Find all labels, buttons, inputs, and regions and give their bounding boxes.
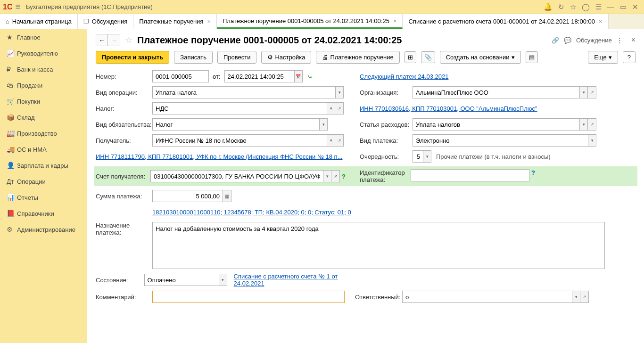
tab-payment-doc[interactable]: Платежное поручение 0001-000005 от 24.02… (217, 14, 403, 29)
create-based-button[interactable]: Создать на основании ▾ (440, 51, 521, 64)
sidebar-item-bank[interactable]: ₽Банк и касса (0, 61, 87, 77)
maximize-icon[interactable]: ▭ (620, 3, 627, 11)
state-field[interactable] (144, 274, 219, 286)
discussion-icon[interactable]: 💬 (564, 37, 571, 44)
writeoff-link[interactable]: Списание с расчетного счета № 1 от 24.02… (234, 273, 350, 287)
print-button[interactable]: 🖨Платежное поручение (316, 51, 399, 64)
sidebar-item-admin[interactable]: ⚙Администрирование (0, 221, 87, 237)
label-payid: Идентификаторплатежа: (358, 169, 411, 183)
chevron-down-icon[interactable]: ▾ (423, 150, 431, 163)
minimize-icon[interactable]: — (607, 3, 614, 11)
sidebar-item-refs[interactable]: 📕Справочники (0, 205, 87, 221)
filter-icon[interactable]: ☰ (595, 3, 602, 11)
logo-1c: 1C (3, 3, 12, 11)
date-field[interactable] (224, 70, 294, 82)
org-field[interactable] (413, 86, 579, 98)
chevron-down-icon[interactable]: ▾ (579, 118, 588, 131)
tab-payments-list[interactable]: Платежные поручения× (133, 14, 217, 29)
paytype-field[interactable] (413, 134, 588, 147)
sidebar-item-reports[interactable]: 📊Отчеты (0, 189, 87, 205)
close-icon[interactable]: × (599, 18, 603, 25)
home-icon: ⌂ (6, 18, 9, 25)
history-icon[interactable]: ↻ (558, 3, 564, 11)
open-icon[interactable]: ↗ (331, 170, 340, 182)
list-button[interactable]: ▤ (526, 51, 538, 63)
help-button[interactable]: ? (623, 51, 636, 63)
open-icon[interactable]: ↗ (335, 134, 344, 147)
recipient-field[interactable] (152, 134, 327, 147)
sidebar-item-salary[interactable]: 👤Зарплата и кадры (0, 157, 87, 173)
comment-field[interactable] (152, 291, 345, 303)
recipient-acc-field[interactable] (150, 170, 323, 182)
nav-forward-button[interactable]: → (108, 34, 120, 46)
chevron-down-icon[interactable]: ▾ (572, 291, 580, 303)
chevron-down-icon[interactable]: ▾ (579, 86, 588, 98)
obltype-field[interactable] (152, 118, 319, 131)
sidebar-item-main[interactable]: ★Главное (0, 29, 87, 45)
calendar-icon[interactable]: 📅 (294, 70, 303, 82)
chevron-down-icon[interactable]: ▾ (327, 102, 335, 114)
chevron-down-icon[interactable]: ▾ (323, 170, 331, 182)
write-button[interactable]: Записать (174, 51, 213, 64)
kbk-link[interactable]: 18210301000011000110; 12345678; ТП; КВ.0… (152, 209, 351, 216)
settings-button[interactable]: ⚙Настройка (261, 51, 311, 64)
optype-field[interactable] (152, 86, 335, 98)
close-icon[interactable]: × (207, 18, 211, 25)
calculator-icon[interactable]: ▦ (223, 190, 231, 202)
chevron-down-icon[interactable]: ▾ (335, 86, 344, 98)
help-icon[interactable]: ? (342, 173, 346, 180)
amount-field[interactable] (152, 190, 223, 202)
link-icon[interactable]: 🔗 (552, 37, 559, 44)
menu-icon[interactable]: ≡ (15, 2, 20, 12)
ruble-icon: ₽ (7, 65, 17, 73)
label-responsible: Ответственный: (355, 294, 402, 301)
post-and-close-button[interactable]: Провести и закрыть (96, 51, 169, 64)
open-icon[interactable]: ↗ (580, 291, 589, 303)
bars-icon: 📊 (7, 194, 17, 201)
open-icon[interactable]: ↗ (588, 86, 596, 98)
star-icon[interactable]: ☆ (570, 3, 576, 11)
responsible-field[interactable] (402, 291, 572, 303)
tab-writeoff[interactable]: Списание с расчетного счета 0001-000001 … (403, 14, 608, 29)
favorite-star-icon[interactable]: ☆ (125, 35, 132, 45)
bell-icon[interactable]: 🔔 (544, 3, 553, 11)
tab-discussions[interactable]: ❐Обсуждения (78, 14, 134, 29)
open-icon[interactable]: ↗ (335, 102, 344, 114)
close-document-icon[interactable]: × (631, 36, 636, 44)
menu-dots-icon[interactable]: ⋮ (617, 37, 623, 44)
circle-icon[interactable]: ◯ (582, 3, 590, 11)
structure-button[interactable]: ⊞ (405, 51, 416, 63)
priority-field[interactable] (413, 150, 423, 163)
sidebar-item-os[interactable]: 🚚ОС и НМА (0, 141, 87, 157)
recipient-inn-link[interactable]: ИНН 7718111790, КПП 771801001, УФК по г.… (96, 153, 342, 160)
more-button[interactable]: Еще ▾ (588, 51, 618, 64)
sidebar-item-production[interactable]: 🏭Производство (0, 125, 87, 141)
sidebar-item-operations[interactable]: ДтОперации (0, 173, 87, 189)
discussion-label[interactable]: Обсуждение (576, 37, 612, 44)
number-field[interactable] (152, 70, 209, 82)
attach-button[interactable]: 📎 (421, 51, 435, 63)
inn-org-link[interactable]: ИНН 7701030616, КПП 770103001, ООО "Альм… (360, 105, 537, 112)
chevron-down-icon[interactable]: ▾ (319, 118, 328, 131)
sidebar-item-sales[interactable]: 🛍Продажи (0, 77, 87, 93)
expitem-field[interactable] (413, 118, 579, 131)
post-button[interactable]: Провести (217, 51, 257, 64)
payid-field[interactable] (411, 169, 529, 181)
help-icon[interactable]: ? (531, 169, 535, 176)
chart-icon: 📈 (7, 49, 17, 57)
purpose-field[interactable]: Налог на добавленную стоимость за 4 квар… (152, 222, 605, 269)
repeat-icon[interactable]: ⤿ (307, 73, 313, 80)
sidebar-item-manager[interactable]: 📈Руководителю (0, 45, 87, 61)
chevron-down-icon[interactable]: ▾ (327, 134, 335, 147)
tab-home[interactable]: ⌂Начальная страница (0, 14, 78, 29)
close-window-icon[interactable]: ✕ (632, 3, 638, 11)
tax-field[interactable] (152, 102, 327, 114)
open-icon[interactable]: ↗ (588, 118, 596, 131)
chevron-down-icon[interactable]: ▾ (219, 274, 227, 286)
sidebar-item-purchases[interactable]: 🛒Покупки (0, 93, 87, 109)
chevron-down-icon[interactable]: ▾ (588, 134, 596, 147)
sidebar-item-warehouse[interactable]: 📦Склад (0, 109, 87, 125)
next-payment-link[interactable]: Следующий платеж 24.03.2021 (360, 73, 448, 80)
nav-back-button[interactable]: ← (96, 34, 108, 46)
close-icon[interactable]: × (393, 17, 397, 24)
